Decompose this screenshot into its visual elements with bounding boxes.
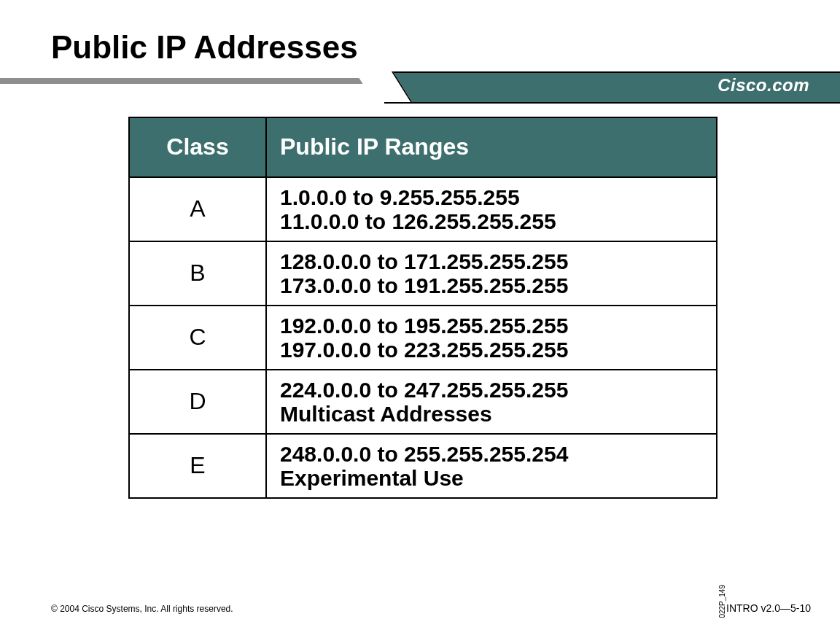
cell-class: E <box>129 434 266 498</box>
cell-class: A <box>129 177 266 241</box>
range-line: Experimental Use <box>280 466 464 490</box>
table-row: C 192.0.0.0 to 195.255.255.255 197.0.0.0… <box>129 306 717 370</box>
header-class: Class <box>129 117 266 177</box>
table-row: A 1.0.0.0 to 9.255.255.255 11.0.0.0 to 1… <box>129 177 717 241</box>
cell-range: 192.0.0.0 to 195.255.255.255 197.0.0.0 t… <box>266 306 717 370</box>
range-line: Multicast Addresses <box>280 402 492 426</box>
slide-title: Public IP Addresses <box>51 29 358 66</box>
footer-slide-id: INTRO v2.0—5-10 <box>726 602 811 614</box>
header-stripe-teal: Cisco.com <box>384 71 840 104</box>
cell-range: 248.0.0.0 to 255.255.255.254 Experimenta… <box>266 434 717 498</box>
cell-class: D <box>129 370 266 434</box>
cell-range: 128.0.0.0 to 171.255.255.255 173.0.0.0 t… <box>266 241 717 306</box>
ip-ranges-table: Class Public IP Ranges A 1.0.0.0 to 9.25… <box>128 117 718 499</box>
footer-copyright: © 2004 Cisco Systems, Inc. All rights re… <box>51 604 233 614</box>
slide: Public IP Addresses Cisco.com Class Publ… <box>0 0 840 630</box>
header-stripe-gray <box>0 78 384 84</box>
figure-code: 022P_149 <box>718 585 726 618</box>
table-row: B 128.0.0.0 to 171.255.255.255 173.0.0.0… <box>129 241 717 306</box>
range-line: 173.0.0.0 to 191.255.255.255 <box>280 273 568 298</box>
range-line: 128.0.0.0 to 171.255.255.255 <box>280 249 568 273</box>
header-ranges: Public IP Ranges <box>266 117 717 177</box>
brand-label: Cisco.com <box>718 75 809 96</box>
table-row: D 224.0.0.0 to 247.255.255.255 Multicast… <box>129 370 717 434</box>
table-header-row: Class Public IP Ranges <box>129 117 717 177</box>
range-line: 192.0.0.0 to 195.255.255.255 <box>280 314 568 338</box>
table-row: E 248.0.0.0 to 255.255.255.254 Experimen… <box>129 434 717 498</box>
range-line: 248.0.0.0 to 255.255.255.254 <box>280 442 568 466</box>
range-line: 1.0.0.0 to 9.255.255.255 <box>280 185 520 209</box>
range-line: 224.0.0.0 to 247.255.255.255 <box>280 378 568 402</box>
cell-range: 224.0.0.0 to 247.255.255.255 Multicast A… <box>266 370 717 434</box>
range-line: 197.0.0.0 to 223.255.255.255 <box>280 338 568 362</box>
range-line: 11.0.0.0 to 126.255.255.255 <box>280 209 556 233</box>
cell-class: C <box>129 306 266 370</box>
cell-range: 1.0.0.0 to 9.255.255.255 11.0.0.0 to 126… <box>266 177 717 241</box>
cell-class: B <box>129 241 266 306</box>
